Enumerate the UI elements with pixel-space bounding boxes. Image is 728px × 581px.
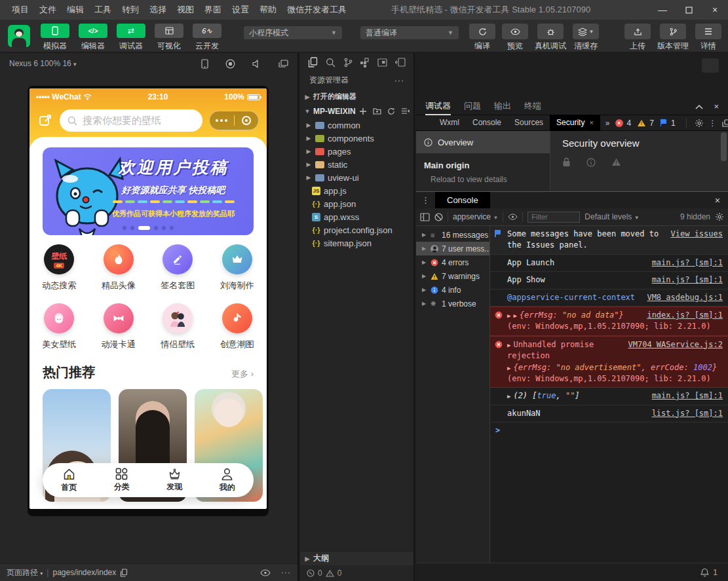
tab-debugger[interactable]: 调试器 (425, 100, 451, 112)
page-path-dropdown[interactable]: 页面路径 ▾ (7, 567, 43, 578)
devtab-security[interactable]: Security× (550, 115, 600, 131)
console-message[interactable]: main.js? [sm]:1 ▶(2) [true, ""] (490, 388, 728, 405)
view-issues-link[interactable]: View issues (671, 229, 723, 240)
tab-output[interactable]: 输出 (494, 100, 511, 112)
undock-icon[interactable] (722, 119, 728, 127)
new-folder-icon[interactable] (373, 107, 381, 115)
window-icon[interactable] (377, 58, 387, 67)
multi-window-icon[interactable] (278, 60, 288, 68)
sidebar-info[interactable]: ▶4 info (416, 283, 489, 297)
console-error-message[interactable]: VM704 WAService.js:2 ▶Unhandled promise … (490, 336, 728, 388)
sidebar-toggle-icon[interactable] (420, 213, 430, 221)
menu-interface[interactable]: 界面 (199, 4, 227, 16)
project-root[interactable]: ▼ MP-WEIXIN (300, 104, 413, 119)
console-message[interactable]: list.js? [sm]:1 akunNaN (490, 405, 728, 422)
devtab-console[interactable]: Console (466, 115, 508, 131)
sidebar-verbose[interactable]: ▶❋1 verbose (416, 297, 489, 310)
notification-count[interactable]: 1 (713, 568, 718, 577)
refresh-icon[interactable] (387, 107, 395, 115)
security-overview-item[interactable]: Overview (416, 131, 550, 153)
explorer-more-button[interactable]: ··· (394, 76, 404, 85)
visualization-button[interactable]: 可视化 (151, 24, 187, 52)
console-message[interactable]: VM8 asdebug.js:1 @appservice-current-con… (490, 290, 728, 307)
grid-item-avatars[interactable]: 精品头像 (89, 244, 149, 291)
compile-mode-dropdown[interactable]: 普通编译▼ (360, 26, 459, 39)
sidebar-warnings[interactable]: ▶7 warnings (416, 269, 489, 283)
console-message-issues[interactable]: View issues Some messages have been move… (490, 226, 728, 255)
outline-section[interactable]: ▶ 大纲 (300, 551, 413, 565)
eye-icon[interactable] (260, 569, 271, 576)
compile-button[interactable]: 编译 (469, 24, 495, 52)
expand-caret[interactable]: ▶ (507, 365, 510, 371)
menu-file[interactable]: 文件 (34, 4, 62, 16)
tree-folder-components[interactable]: ▶components (300, 132, 413, 145)
clear-console-icon[interactable] (434, 213, 443, 221)
source-link[interactable]: main.js? [sm]:1 (652, 257, 723, 269)
grid-item-signature[interactable]: 签名套图 (148, 244, 208, 291)
tree-file-app-js[interactable]: JSapp.js (300, 184, 413, 197)
source-link[interactable]: list.js? [sm]:1 (652, 408, 723, 419)
tree-file-app-json[interactable]: {·}app.json (300, 197, 413, 210)
gear-icon[interactable] (715, 212, 724, 221)
issues-count[interactable]: 1 (671, 119, 676, 128)
console-prompt[interactable]: > (490, 422, 728, 438)
grid-item-anime-cartoon[interactable]: 动漫卡通 (89, 303, 149, 350)
tab-discover[interactable]: 发现 (148, 463, 201, 497)
more-menu-button[interactable] (210, 119, 234, 122)
devtab-wxml[interactable]: Wxml (433, 115, 466, 131)
sidebar-errors[interactable]: ▶4 errors (416, 255, 489, 269)
minimize-button[interactable]: — (649, 0, 676, 20)
git-branch-icon[interactable] (343, 58, 353, 67)
hidden-count[interactable]: 9 hidden (680, 212, 710, 221)
cloud-dev-button[interactable]: 6∿ 云开发 (189, 24, 225, 52)
remote-debug-button[interactable]: 真机调试 (535, 24, 566, 52)
sound-icon[interactable] (252, 60, 261, 68)
grid-item-creative-pics[interactable]: 创意潮图 (208, 303, 267, 350)
expand-caret[interactable]: ▶ (513, 312, 516, 319)
expand-caret[interactable]: ▶ (507, 312, 510, 319)
grid-item-dynamic-search[interactable]: 壁纸4K 动态搜索 (29, 244, 89, 291)
grid-item-beauty-wallpaper[interactable]: 美女壁纸 (29, 303, 89, 350)
kebab-menu-icon[interactable]: ⋮ (708, 119, 718, 128)
gear-icon[interactable] (695, 119, 704, 128)
more-actions-button[interactable]: ··· (281, 568, 291, 577)
menu-goto[interactable]: 转到 (117, 4, 144, 16)
panel-dock-icon[interactable] (702, 58, 719, 73)
files-icon[interactable] (308, 57, 318, 67)
menu-tools[interactable]: 工具 (89, 4, 117, 16)
rotate-device-icon[interactable] (201, 59, 208, 69)
editor-button[interactable]: </> 编辑器 (75, 24, 111, 52)
share-icon[interactable] (39, 113, 53, 128)
collapse-up-icon[interactable] (695, 104, 703, 109)
menu-project[interactable]: 项目 (7, 4, 34, 16)
open-editors-section[interactable]: ▶ 打开的编辑器 (300, 89, 413, 104)
menu-view[interactable]: 视图 (172, 4, 199, 16)
kebab-menu-icon[interactable]: ⋮ (416, 195, 435, 205)
details-button[interactable]: 详情 (695, 24, 721, 52)
simulator-button[interactable]: 模拟器 (37, 24, 73, 52)
sidebar-user-messages[interactable]: ▶7 user mess... (416, 242, 489, 255)
tree-file-project-config[interactable]: {·}project.config.json (300, 223, 413, 236)
sidebar-all-messages[interactable]: ▶≡16 messages (416, 228, 489, 242)
new-file-icon[interactable] (359, 107, 367, 115)
menu-settings[interactable]: 设置 (227, 4, 254, 16)
console-error-message[interactable]: index.js? [sm]:1 ▶▶{errMsg: "no ad data"… (490, 307, 728, 336)
console-message[interactable]: main.js? [sm]:1 App Show (490, 272, 728, 289)
problems-summary[interactable]: 0 0 (300, 565, 413, 581)
menu-devtools[interactable]: 微信开发者工具 (282, 4, 352, 16)
promo-banner[interactable]: 欢迎用户投稿 好资源就应共享 快投稿吧 优秀作品可获得本小程序发放的奖品耶 (43, 147, 254, 235)
extensions-icon[interactable] (360, 58, 370, 67)
collapse-panel-icon[interactable] (395, 58, 406, 67)
version-control-button[interactable]: 版本管理 (657, 24, 689, 52)
source-link[interactable]: main.js? [sm]:1 (652, 390, 723, 402)
levels-dropdown[interactable]: Default levels ▼ (584, 212, 639, 221)
close-panel-icon[interactable]: × (714, 102, 719, 111)
source-link[interactable]: main.js? [sm]:1 (652, 274, 723, 286)
tab-categories[interactable]: 分类 (96, 463, 149, 497)
close-button[interactable]: × (702, 0, 728, 20)
clear-cache-button[interactable]: ▼ 清缓存 (573, 24, 599, 52)
console-message[interactable]: main.js? [sm]:1 App Launch (490, 255, 728, 272)
tree-file-app-wxss[interactable]: Sapp.wxss (300, 210, 413, 223)
tab-terminal[interactable]: 终端 (524, 100, 541, 112)
tree-folder-uview-ui[interactable]: ▶uview-ui (300, 171, 413, 184)
